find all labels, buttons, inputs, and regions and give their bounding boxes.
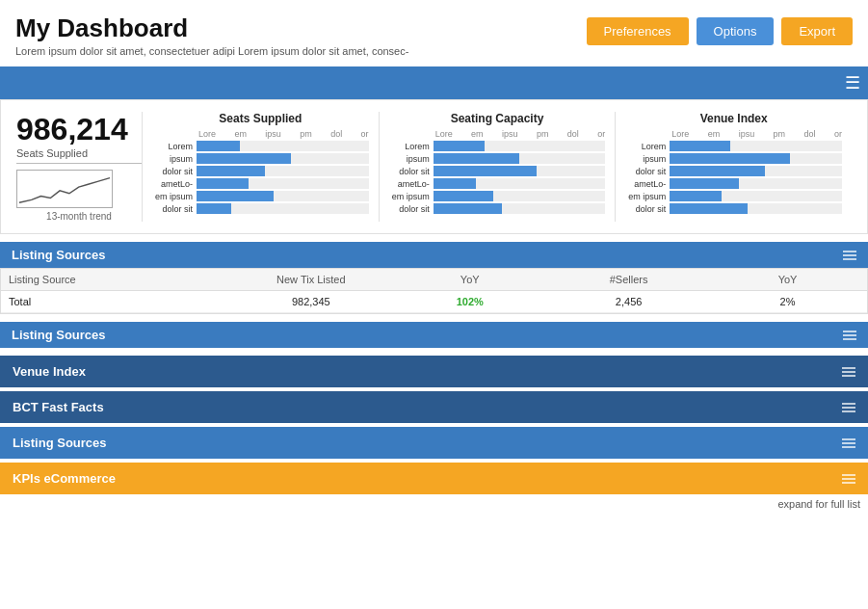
bar-chart-title-3: Venue Index xyxy=(625,112,842,125)
bar-row: em ipsum xyxy=(389,191,606,201)
top-bar: ☰ xyxy=(0,66,868,99)
col-header-source: Listing Source xyxy=(1,269,231,290)
page-header: My Dashboard Lorem ipsum dolor sit amet,… xyxy=(0,0,868,65)
scroll-lines-icon-2 xyxy=(843,331,856,340)
bar-row: dolor sit xyxy=(389,203,606,214)
bar-chart-title-1: Seats Supplied xyxy=(152,112,369,125)
collapsed-sections: Venue Index BCT Fast Facts Listing Sourc… xyxy=(0,356,868,517)
bar-row: dolor sit xyxy=(152,166,369,176)
page-subtitle: Lorem ipsum dolor sit amet, consectetuer… xyxy=(15,45,408,57)
bar-chart-venue-index: Venue Index Loreemipsupmdolor Lorem ipsu… xyxy=(615,112,852,222)
collapsed-kpis-ecommerce[interactable]: KPIs eCommerce xyxy=(0,463,868,494)
cell-sellers: 2,456 xyxy=(549,291,708,312)
listing-sources-section-2: Listing Sources xyxy=(0,322,868,348)
collapsed-title-bct: BCT Fast Facts xyxy=(13,400,104,414)
bar-chart-seating-capacity: Seating Capacity Loreemipsupmdolor Lorem… xyxy=(379,112,616,222)
cell-yoy2: 2% xyxy=(708,291,867,312)
bar-row: ametLo- xyxy=(625,178,842,189)
bar-row: dolor sit xyxy=(625,166,842,176)
bar-chart-seats-supplied: Seats Supplied Loreemipsupmdolor Lorem i… xyxy=(142,112,379,222)
lines-icon-kpis xyxy=(842,474,855,484)
main-stat: 986,214 Seats Supplied 13-month trend xyxy=(16,112,142,222)
listing-sources-header-1[interactable]: Listing Sources xyxy=(0,242,868,268)
bar-row: em ipsum xyxy=(152,191,369,201)
collapsed-title-venue-index: Venue Index xyxy=(13,364,86,379)
listing-sources-title-2: Listing Sources xyxy=(12,328,106,342)
bar-row: dolor sit xyxy=(152,203,369,214)
col-header-yoy2: YoY xyxy=(708,269,867,290)
bar-chart-title-2: Seating Capacity xyxy=(389,112,606,125)
bar-row: Lorem xyxy=(389,141,606,151)
expand-link[interactable]: expand for full list xyxy=(0,494,868,514)
bar-row: ametLo- xyxy=(389,178,606,189)
bar-row: dolor sit xyxy=(389,166,606,176)
page-title: My Dashboard xyxy=(15,13,408,43)
lines-icon-venue xyxy=(842,367,855,377)
bar-row: ipsum xyxy=(152,153,369,164)
listing-sources-section-1: Listing Sources Listing Source New Tix L… xyxy=(0,242,868,314)
bar-row: Lorem xyxy=(152,141,369,151)
col-header-yoy1: YoY xyxy=(390,269,549,290)
bar-axis-2: Loreemipsupmdolor xyxy=(389,129,606,139)
stats-section: 986,214 Seats Supplied 13-month trend Se… xyxy=(0,99,868,234)
bar-axis-1: Loreemipsupmdolor xyxy=(152,129,369,139)
collapsed-venue-index[interactable]: Venue Index xyxy=(0,356,868,387)
trend-chart xyxy=(16,170,113,208)
export-button[interactable]: Export xyxy=(781,17,853,45)
cell-source: Total xyxy=(1,291,231,312)
bar-row: ipsum xyxy=(389,153,606,164)
listing-sources-header-2[interactable]: Listing Sources xyxy=(0,322,868,348)
options-button[interactable]: Options xyxy=(697,17,775,45)
listing-sources-table-1: Listing Source New Tix Listed YoY #Selle… xyxy=(0,268,868,314)
bar-row: ipsum xyxy=(625,153,842,164)
bar-row: dolor sit xyxy=(625,203,842,214)
header-buttons: Preferences Options Export xyxy=(587,17,853,45)
collapsed-listing-sources[interactable]: Listing Sources xyxy=(0,427,868,459)
menu-icon[interactable]: ☰ xyxy=(845,72,860,93)
stat-label: Seats Supplied xyxy=(16,147,142,164)
bar-row: Lorem xyxy=(625,141,842,151)
trend-label: 13-month trend xyxy=(16,211,142,222)
bar-row: ametLo- xyxy=(152,178,369,189)
cell-new-tix: 982,345 xyxy=(231,291,390,312)
bar-axis-3: Loreemipsupmdolor xyxy=(625,129,842,139)
preferences-button[interactable]: Preferences xyxy=(587,17,689,45)
table-row: Total 982,345 102% 2,456 2% xyxy=(1,291,867,313)
col-header-new-tix: New Tix Listed xyxy=(231,269,390,290)
lines-icon-bct xyxy=(842,403,855,412)
listing-sources-title-1: Listing Sources xyxy=(12,248,106,262)
big-number: 986,214 xyxy=(16,112,142,147)
bar-row: em ipsum xyxy=(625,191,842,201)
cell-yoy1: 102% xyxy=(390,291,549,312)
lines-icon-listing xyxy=(842,438,855,448)
collapsed-bct-fast-facts[interactable]: BCT Fast Facts xyxy=(0,391,868,423)
header-left: My Dashboard Lorem ipsum dolor sit amet,… xyxy=(15,13,408,57)
col-header-sellers: #Sellers xyxy=(549,269,708,290)
collapsed-title-kpis: KPIs eCommerce xyxy=(13,471,116,486)
collapsed-title-listing: Listing Sources xyxy=(13,436,107,450)
table-header-row: Listing Source New Tix Listed YoY #Selle… xyxy=(1,269,867,291)
scroll-lines-icon-1 xyxy=(843,251,856,260)
